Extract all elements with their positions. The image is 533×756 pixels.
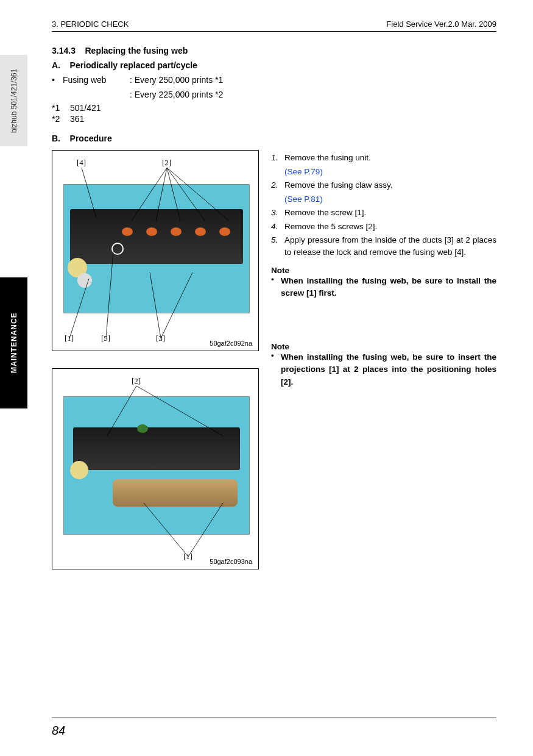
- figure-2-photo: [63, 396, 250, 535]
- section-title: Replacing the fusing web: [85, 46, 188, 55]
- cycle-value-1: : Every 250,000 prints *1: [130, 74, 223, 87]
- step-1: 1. Remove the fusing unit.: [271, 152, 496, 164]
- instructions-column: 1. Remove the fusing unit. (See P.79) 2.…: [271, 150, 496, 569]
- subsection-b-title: Procedure: [70, 134, 112, 143]
- footer-rule: [52, 718, 496, 718]
- fig2-callout-1: [1]: [183, 552, 192, 562]
- page-header: 3. PERIODIC CHECK Field Service Ver.2.0 …: [52, 20, 496, 32]
- step-5: 5. Apply pressure from the inside of the…: [271, 234, 496, 258]
- page-number: 84: [52, 724, 65, 738]
- note-2-heading: Note: [271, 342, 496, 351]
- fig1-callout-1: [1]: [65, 333, 74, 343]
- figure-1-photo: [63, 184, 250, 313]
- step-4: 4. Remove the 5 screws [2].: [271, 221, 496, 233]
- figure-1: [4] [2] [1] [5] [3] 50gaf2c092na: [52, 150, 259, 351]
- footnote-1: *1 501/421: [52, 103, 496, 113]
- subsection-a-label: A.: [52, 60, 60, 70]
- section-number: 3.14.3: [52, 46, 76, 55]
- fig1-callout-3: [3]: [156, 333, 165, 343]
- subsection-a-heading: A. Periodically replaced part/cycle: [52, 59, 496, 72]
- fig1-callout-2: [2]: [162, 158, 171, 168]
- bullet-icon: •: [52, 74, 63, 87]
- footnote-2: *2 361: [52, 114, 496, 124]
- note-1-heading: Note: [271, 266, 496, 275]
- section-heading: 3.14.3 Replacing the fusing web: [52, 45, 496, 57]
- cycle-row-1: • Fusing web : Every 250,000 prints *1: [52, 74, 496, 87]
- figure-2: [2] [1] 50gaf2c093na: [52, 368, 259, 569]
- step-2: 2. Remove the fusing claw assy.: [271, 179, 496, 191]
- fig1-code: 50gaf2c092na: [210, 340, 252, 347]
- fig1-callout-5: [5]: [101, 333, 110, 343]
- header-left: 3. PERIODIC CHECK: [52, 20, 129, 29]
- content-body: 3.14.3 Replacing the fusing web A. Perio…: [52, 43, 496, 569]
- bullet-icon: •: [271, 275, 281, 300]
- fig2-code: 50gaf2c093na: [210, 558, 252, 565]
- header-right: Field Service Ver.2.0 Mar. 2009: [386, 20, 496, 29]
- side-tab-maintenance: MAINTENANCE: [0, 277, 27, 408]
- fig1-callout-4: [4]: [77, 158, 86, 168]
- cycle-item: Fusing web: [63, 74, 130, 87]
- cycle-row-2: : Every 225,000 prints *2: [52, 88, 496, 101]
- step-3: 3. Remove the screw [1].: [271, 207, 496, 219]
- note-1-body: • When installing the fusing web, be sur…: [271, 275, 496, 300]
- cycle-value-2: : Every 225,000 prints *2: [130, 88, 223, 101]
- side-tab-model: bizhub 501/421/361: [0, 55, 27, 146]
- figures-column: [4] [2] [1] [5] [3] 50gaf2c092na: [52, 150, 259, 569]
- fig2-callout-2: [2]: [132, 376, 141, 386]
- subsection-a-title: Periodically replaced part/cycle: [70, 60, 197, 70]
- bullet-icon: •: [271, 351, 281, 388]
- note-2-body: • When installing the fusing web, be sur…: [271, 351, 496, 388]
- step-2-link[interactable]: (See P.81): [284, 193, 496, 205]
- step-1-link[interactable]: (See P.79): [284, 166, 496, 178]
- subsection-b-label: B.: [52, 134, 60, 143]
- subsection-b-heading: B. Procedure: [52, 132, 496, 145]
